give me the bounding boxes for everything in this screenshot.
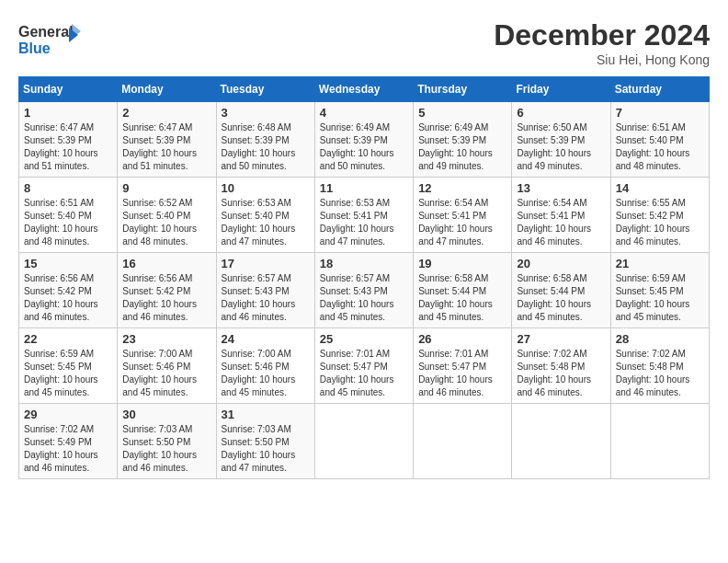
calendar-cell [414, 404, 512, 479]
calendar-week-2: 8 Sunrise: 6:51 AM Sunset: 5:40 PM Dayli… [19, 178, 710, 253]
day-number: 25 [320, 332, 408, 346]
weekday-header-monday: Monday [118, 77, 216, 102]
weekday-header-wednesday: Wednesday [314, 77, 413, 102]
calendar-cell [512, 404, 610, 479]
day-number: 2 [122, 106, 210, 120]
day-detail: Sunrise: 6:57 AM Sunset: 5:43 PM Dayligh… [222, 272, 310, 324]
calendar-cell: 2 Sunrise: 6:47 AM Sunset: 5:39 PM Dayli… [118, 102, 216, 178]
day-detail: Sunrise: 6:47 AM Sunset: 5:39 PM Dayligh… [24, 121, 112, 173]
calendar-cell [610, 404, 709, 479]
calendar-week-4: 22 Sunrise: 6:59 AM Sunset: 5:45 PM Dayl… [19, 328, 710, 404]
day-number: 21 [616, 257, 704, 270]
day-detail: Sunrise: 7:01 AM Sunset: 5:47 PM Dayligh… [320, 348, 408, 399]
day-number: 29 [24, 408, 112, 421]
day-number: 10 [222, 181, 310, 195]
month-title: December 2024 [494, 18, 710, 52]
day-detail: Sunrise: 6:51 AM Sunset: 5:40 PM Dayligh… [616, 121, 704, 173]
day-number: 18 [320, 257, 408, 270]
day-detail: Sunrise: 7:02 AM Sunset: 5:48 PM Dayligh… [517, 348, 605, 399]
calendar-cell: 15 Sunrise: 6:56 AM Sunset: 5:42 PM Dayl… [19, 253, 118, 328]
calendar-cell: 17 Sunrise: 6:57 AM Sunset: 5:43 PM Dayl… [216, 253, 314, 328]
calendar-cell: 25 Sunrise: 7:01 AM Sunset: 5:47 PM Dayl… [314, 328, 413, 404]
calendar-cell: 30 Sunrise: 7:03 AM Sunset: 5:50 PM Dayl… [118, 404, 216, 479]
weekday-header-tuesday: Tuesday [216, 77, 314, 102]
weekday-header-saturday: Saturday [610, 77, 709, 102]
calendar-cell: 5 Sunrise: 6:49 AM Sunset: 5:39 PM Dayli… [414, 102, 512, 178]
calendar-week-1: 1 Sunrise: 6:47 AM Sunset: 5:39 PM Dayli… [19, 102, 710, 178]
day-number: 24 [222, 332, 310, 346]
day-number: 15 [24, 257, 112, 270]
calendar-week-5: 29 Sunrise: 7:02 AM Sunset: 5:49 PM Dayl… [19, 404, 710, 479]
day-detail: Sunrise: 6:49 AM Sunset: 5:39 PM Dayligh… [418, 121, 506, 173]
calendar-cell: 23 Sunrise: 7:00 AM Sunset: 5:46 PM Dayl… [118, 328, 216, 404]
day-detail: Sunrise: 6:54 AM Sunset: 5:41 PM Dayligh… [517, 197, 605, 248]
calendar-cell: 19 Sunrise: 6:58 AM Sunset: 5:44 PM Dayl… [414, 253, 512, 328]
day-detail: Sunrise: 7:03 AM Sunset: 5:50 PM Dayligh… [222, 423, 310, 475]
day-detail: Sunrise: 6:59 AM Sunset: 5:45 PM Dayligh… [616, 272, 704, 324]
day-number: 3 [222, 106, 310, 120]
calendar-cell: 13 Sunrise: 6:54 AM Sunset: 5:41 PM Dayl… [512, 178, 610, 253]
day-number: 12 [418, 181, 506, 195]
day-detail: Sunrise: 6:47 AM Sunset: 5:39 PM Dayligh… [122, 121, 210, 173]
calendar-cell: 26 Sunrise: 7:01 AM Sunset: 5:47 PM Dayl… [414, 328, 512, 404]
weekday-header-friday: Friday [512, 77, 610, 102]
calendar-cell: 7 Sunrise: 6:51 AM Sunset: 5:40 PM Dayli… [610, 102, 709, 178]
calendar-cell: 27 Sunrise: 7:02 AM Sunset: 5:48 PM Dayl… [512, 328, 610, 404]
weekday-header-sunday: Sunday [19, 77, 118, 102]
day-number: 23 [122, 332, 210, 346]
day-number: 11 [320, 181, 408, 195]
calendar-cell [314, 404, 413, 479]
day-detail: Sunrise: 6:59 AM Sunset: 5:45 PM Dayligh… [24, 348, 112, 399]
svg-text:General: General [18, 24, 74, 40]
day-number: 4 [320, 106, 408, 120]
day-detail: Sunrise: 7:00 AM Sunset: 5:46 PM Dayligh… [222, 348, 310, 399]
day-detail: Sunrise: 6:56 AM Sunset: 5:42 PM Dayligh… [122, 272, 210, 324]
day-number: 1 [24, 106, 112, 120]
logo: General Blue [18, 18, 83, 63]
location: Siu Hei, Hong Kong [494, 52, 710, 67]
calendar-cell: 3 Sunrise: 6:48 AM Sunset: 5:39 PM Dayli… [216, 102, 314, 178]
day-detail: Sunrise: 6:54 AM Sunset: 5:41 PM Dayligh… [418, 197, 506, 248]
day-detail: Sunrise: 7:01 AM Sunset: 5:47 PM Dayligh… [418, 348, 506, 399]
calendar-cell: 31 Sunrise: 7:03 AM Sunset: 5:50 PM Dayl… [216, 404, 314, 479]
weekday-header-thursday: Thursday [414, 77, 512, 102]
calendar-cell: 9 Sunrise: 6:52 AM Sunset: 5:40 PM Dayli… [118, 178, 216, 253]
day-number: 17 [222, 257, 310, 270]
day-number: 14 [616, 181, 704, 195]
day-number: 20 [517, 257, 605, 270]
calendar-cell: 22 Sunrise: 6:59 AM Sunset: 5:45 PM Dayl… [19, 328, 118, 404]
day-detail: Sunrise: 6:57 AM Sunset: 5:43 PM Dayligh… [320, 272, 408, 324]
calendar-cell: 12 Sunrise: 6:54 AM Sunset: 5:41 PM Dayl… [414, 178, 512, 253]
day-number: 6 [517, 106, 605, 120]
day-number: 30 [122, 408, 210, 421]
day-number: 7 [616, 106, 704, 120]
calendar-cell: 24 Sunrise: 7:00 AM Sunset: 5:46 PM Dayl… [216, 328, 314, 404]
calendar-cell: 10 Sunrise: 6:53 AM Sunset: 5:40 PM Dayl… [216, 178, 314, 253]
day-detail: Sunrise: 6:52 AM Sunset: 5:40 PM Dayligh… [122, 197, 210, 248]
day-number: 31 [222, 408, 310, 421]
weekday-header-row: SundayMondayTuesdayWednesdayThursdayFrid… [19, 77, 710, 102]
calendar-cell: 8 Sunrise: 6:51 AM Sunset: 5:40 PM Dayli… [19, 178, 118, 253]
day-detail: Sunrise: 6:58 AM Sunset: 5:44 PM Dayligh… [517, 272, 605, 324]
day-detail: Sunrise: 7:03 AM Sunset: 5:50 PM Dayligh… [122, 423, 210, 475]
calendar-cell: 29 Sunrise: 7:02 AM Sunset: 5:49 PM Dayl… [19, 404, 118, 479]
calendar-cell: 20 Sunrise: 6:58 AM Sunset: 5:44 PM Dayl… [512, 253, 610, 328]
day-detail: Sunrise: 6:50 AM Sunset: 5:39 PM Dayligh… [517, 121, 605, 173]
calendar-cell: 18 Sunrise: 6:57 AM Sunset: 5:43 PM Dayl… [314, 253, 413, 328]
calendar-cell: 6 Sunrise: 6:50 AM Sunset: 5:39 PM Dayli… [512, 102, 610, 178]
calendar-cell: 21 Sunrise: 6:59 AM Sunset: 5:45 PM Dayl… [610, 253, 709, 328]
day-number: 8 [24, 181, 112, 195]
day-detail: Sunrise: 6:58 AM Sunset: 5:44 PM Dayligh… [418, 272, 506, 324]
day-number: 28 [616, 332, 704, 346]
calendar-table: SundayMondayTuesdayWednesdayThursdayFrid… [18, 76, 710, 479]
day-detail: Sunrise: 6:49 AM Sunset: 5:39 PM Dayligh… [320, 121, 408, 173]
svg-text:Blue: Blue [18, 40, 51, 56]
title-area: December 2024 Siu Hei, Hong Kong [494, 18, 710, 67]
day-detail: Sunrise: 6:55 AM Sunset: 5:42 PM Dayligh… [616, 197, 704, 248]
day-number: 13 [517, 181, 605, 195]
calendar-cell: 11 Sunrise: 6:53 AM Sunset: 5:41 PM Dayl… [314, 178, 413, 253]
day-detail: Sunrise: 6:48 AM Sunset: 5:39 PM Dayligh… [222, 121, 310, 173]
day-detail: Sunrise: 6:56 AM Sunset: 5:42 PM Dayligh… [24, 272, 112, 324]
day-number: 9 [122, 181, 210, 195]
calendar-cell: 28 Sunrise: 7:02 AM Sunset: 5:48 PM Dayl… [610, 328, 709, 404]
